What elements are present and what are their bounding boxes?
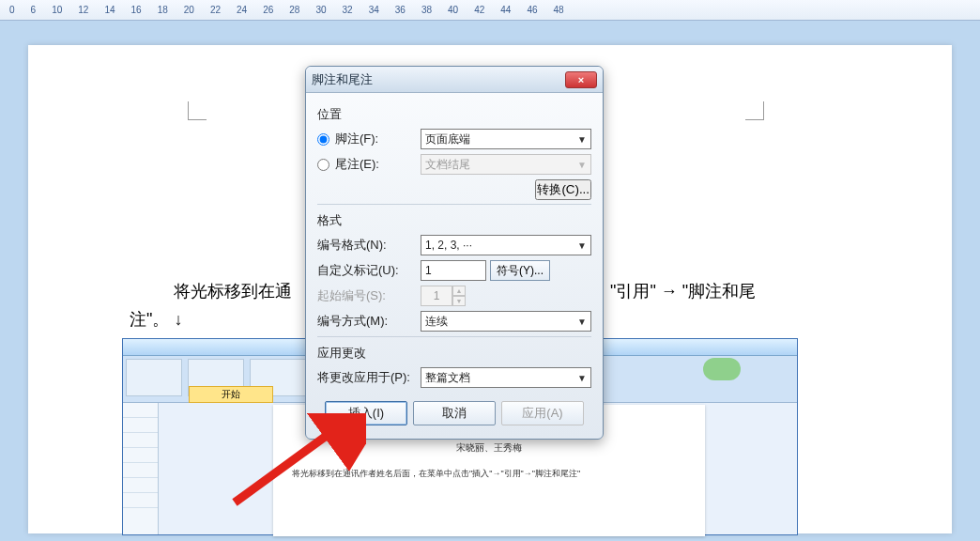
start-at-label: 起始编号(S): (317, 287, 421, 304)
dialog-titlebar[interactable]: 脚注和尾注 × (306, 67, 603, 93)
section-apply-label: 应用更改 (317, 345, 591, 362)
endnote-radio[interactable]: 尾注(E): (317, 156, 421, 173)
number-format-combo[interactable]: 1, 2, 3, ··· ▼ (421, 235, 591, 255)
document-text: 将光标移到在通 (174, 280, 292, 302)
convert-button: 转换(C)... (535, 179, 591, 200)
embedded-tooltip: 开始 (189, 386, 273, 403)
numbering-label: 编号方式(M): (317, 313, 421, 330)
document-text: 注"。 ↓ (130, 308, 182, 331)
margin-corner (745, 101, 764, 120)
footnote-radio[interactable]: 脚注(F): (317, 131, 421, 147)
apply-button: 应用(A) (501, 401, 584, 425)
embedded-share-icon (703, 358, 741, 380)
symbol-button[interactable]: 符号(Y)... (490, 260, 550, 281)
endnote-position-combo: 文档结尾 ▼ (421, 154, 591, 175)
endnote-radio-input[interactable] (317, 159, 329, 171)
margin-corner (188, 101, 207, 120)
document-text: "引用" → "脚注和尾 (610, 280, 756, 302)
number-format-label: 编号格式(N): (317, 237, 421, 254)
section-format-label: 格式 (317, 212, 591, 229)
embedded-sidepanel (123, 403, 159, 534)
start-at-spinner: 1 ▲▼ (421, 286, 466, 306)
close-icon: × (578, 74, 584, 85)
footnote-position-combo[interactable]: 页面底端 ▼ (421, 129, 591, 149)
spin-up-icon: ▲ (452, 286, 466, 296)
footnote-radio-input[interactable] (317, 133, 329, 146)
apply-to-label: 将更改应用于(P): (317, 369, 421, 386)
chevron-down-icon: ▼ (577, 317, 587, 327)
cancel-button[interactable]: 取消 (413, 401, 496, 425)
chevron-down-icon: ▼ (577, 240, 587, 251)
chevron-down-icon: ▼ (577, 134, 587, 145)
apply-to-combo[interactable]: 整篇文档 ▼ (421, 367, 591, 388)
numbering-combo[interactable]: 连续 ▼ (421, 311, 591, 332)
dialog-title: 脚注和尾注 (312, 71, 373, 88)
section-position-label: 位置 (317, 106, 591, 123)
custom-mark-input[interactable]: 1 (421, 260, 486, 281)
chevron-down-icon: ▼ (577, 373, 587, 383)
close-button[interactable]: × (565, 71, 597, 88)
footnote-endnote-dialog: 脚注和尾注 × 位置 脚注(F): 页面底端 ▼ 尾注(E): 文档结尾 ▼ (305, 66, 604, 440)
custom-mark-label: 自定义标记(U): (317, 262, 421, 279)
horizontal-ruler: 0610 121416 182022 242628 303234 363840 … (0, 0, 980, 21)
spin-down-icon: ▼ (452, 296, 466, 306)
chevron-down-icon: ▼ (577, 160, 587, 170)
insert-button[interactable]: 插入(I) (325, 401, 407, 425)
